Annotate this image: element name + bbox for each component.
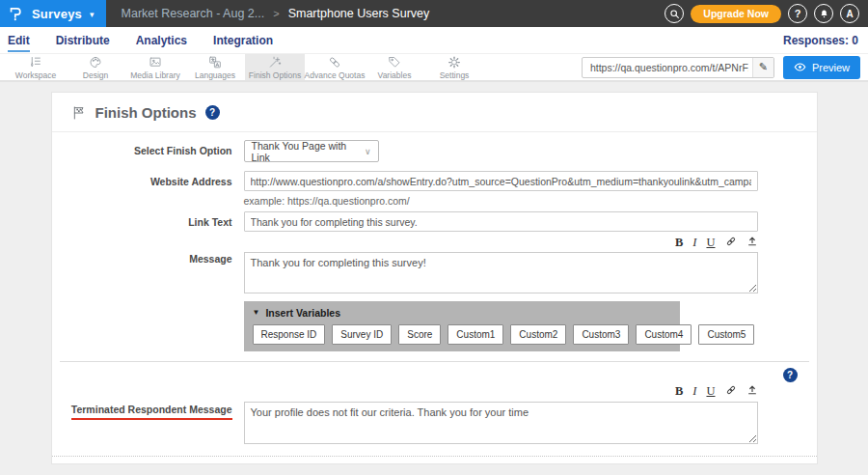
toolbar-item-variables[interactable]: Variables bbox=[365, 54, 424, 80]
italic-button[interactable]: I bbox=[692, 237, 696, 249]
website-address-hint: example: https://qa.questionpro.com/ bbox=[244, 195, 817, 207]
tab-integration[interactable]: Integration bbox=[213, 28, 273, 52]
variable-buttons: Response ID Survey ID Score Custom1 Cust… bbox=[253, 324, 671, 345]
card-header: Finish Options ? bbox=[52, 93, 817, 132]
bold-button[interactable]: B bbox=[675, 237, 683, 249]
breadcrumb-separator-icon: > bbox=[273, 8, 279, 19]
toolbar-item-workspace[interactable]: Workspace bbox=[6, 54, 66, 80]
finish-options-wand-icon bbox=[267, 55, 283, 70]
underline-button[interactable]: U bbox=[706, 237, 715, 249]
help-button[interactable]: ? bbox=[788, 4, 807, 23]
product-name: Surveys bbox=[32, 7, 82, 21]
toolbar-right: ✎ Preview bbox=[582, 54, 868, 80]
website-address-row: Website Address bbox=[52, 171, 817, 191]
edit-url-button[interactable]: ✎ bbox=[752, 58, 773, 77]
toolbar-item-advance-quotas[interactable]: Advance Quotas bbox=[305, 54, 365, 80]
breadcrumb-folder[interactable]: Market Research - Aug 2... bbox=[122, 7, 265, 20]
var-custom3-button[interactable]: Custom3 bbox=[573, 324, 629, 345]
finish-option-select[interactable]: Thank You Page with Link ∨ bbox=[244, 140, 379, 162]
select-finish-option-row: Select Finish Option Thank You Page with… bbox=[52, 140, 817, 162]
breadcrumb-survey-name[interactable]: Smartphone Users Survey bbox=[288, 7, 430, 20]
upload-image-button[interactable] bbox=[746, 236, 758, 250]
terminated-message-help-button[interactable]: ? bbox=[783, 368, 798, 382]
question-mark-icon: ? bbox=[787, 370, 793, 380]
toolbar-item-label: Media Library bbox=[130, 70, 180, 80]
terminated-rte-toolbar: B I U bbox=[244, 384, 758, 399]
toolbar-item-settings[interactable]: Settings bbox=[424, 54, 484, 80]
topbar-actions: Upgrade Now ? A bbox=[665, 4, 868, 23]
search-icon bbox=[669, 9, 680, 19]
link-text-input[interactable] bbox=[244, 211, 758, 232]
media-library-icon bbox=[148, 55, 163, 70]
var-custom4-button[interactable]: Custom4 bbox=[636, 324, 692, 345]
underline-button[interactable]: U bbox=[706, 385, 715, 398]
preview-button[interactable]: Preview bbox=[783, 56, 860, 79]
toolbar-item-label: Design bbox=[83, 70, 108, 80]
tab-distribute[interactable]: Distribute bbox=[56, 28, 110, 52]
insert-variables-panel: ▼ Insert Variables Response ID Survey ID… bbox=[244, 301, 680, 351]
terminated-rte-row: B I U bbox=[52, 384, 817, 401]
question-mark-icon: ? bbox=[795, 8, 801, 19]
caret-down-icon: ▼ bbox=[253, 308, 260, 317]
save-changes-button[interactable]: Save Changes bbox=[244, 463, 335, 464]
website-address-label: Website Address bbox=[52, 171, 232, 187]
preview-label: Preview bbox=[812, 62, 850, 73]
italic-button[interactable]: I bbox=[692, 385, 696, 398]
notifications-button[interactable] bbox=[814, 4, 833, 23]
page-title: Finish Options bbox=[95, 104, 197, 121]
terminated-message-label: Terminated Respondent Message bbox=[52, 402, 232, 420]
responses-count[interactable]: Responses: 0 bbox=[783, 34, 858, 47]
main-content: Finish Options ? Select Finish Option Th… bbox=[0, 82, 868, 464]
toolbar-item-design[interactable]: Design bbox=[66, 54, 125, 80]
var-survey-id-button[interactable]: Survey ID bbox=[332, 324, 392, 345]
variables-tag-icon bbox=[387, 55, 402, 70]
toolbar-item-label: Finish Options bbox=[249, 70, 301, 80]
message-row: Message B I U bbox=[52, 236, 817, 297]
terminated-message-label-text: Terminated Respondent Message bbox=[71, 404, 232, 420]
terminated-message-textarea[interactable]: Your profile does not fit our criteria. … bbox=[244, 402, 758, 444]
insert-link-button[interactable] bbox=[725, 384, 737, 399]
survey-url-input[interactable] bbox=[583, 62, 752, 73]
toolbar-item-label: Settings bbox=[440, 70, 470, 80]
toolbar-item-label: Advance Quotas bbox=[305, 70, 366, 80]
link-text-label: Link Text bbox=[52, 211, 232, 228]
var-custom2-button[interactable]: Custom2 bbox=[510, 324, 566, 345]
message-label: Message bbox=[52, 236, 232, 265]
search-button[interactable] bbox=[665, 4, 684, 23]
quotas-link-icon bbox=[327, 55, 342, 70]
tab-analytics[interactable]: Analytics bbox=[136, 28, 187, 52]
save-row: Save Changes bbox=[52, 457, 817, 464]
avatar[interactable]: A bbox=[840, 4, 859, 23]
breadcrumb: Market Research - Aug 2... > Smartphone … bbox=[122, 7, 430, 20]
toolbar-item-label: Variables bbox=[378, 70, 412, 80]
pencil-icon: ✎ bbox=[759, 61, 768, 73]
toolbar-item-media-library[interactable]: Media Library bbox=[125, 54, 185, 80]
finish-options-card: Finish Options ? Select Finish Option Th… bbox=[51, 92, 818, 464]
languages-icon bbox=[207, 55, 223, 70]
edit-toolbar: Workspace Design Media Library Languages… bbox=[0, 53, 868, 82]
var-custom1-button[interactable]: Custom1 bbox=[448, 324, 503, 345]
message-textarea[interactable]: Thank you for completing this survey! bbox=[244, 252, 758, 293]
finish-options-help-button[interactable]: ? bbox=[205, 105, 220, 120]
link-text-row: Link Text bbox=[52, 211, 817, 232]
toolbar-item-languages[interactable]: Languages bbox=[185, 54, 245, 80]
chevron-down-icon: ▾ bbox=[90, 10, 95, 19]
insert-variables-toggle[interactable]: ▼ Insert Variables bbox=[253, 307, 671, 319]
link-icon bbox=[725, 384, 737, 396]
insert-variables-label: Insert Variables bbox=[265, 307, 340, 319]
bold-button[interactable]: B bbox=[675, 385, 683, 398]
top-bar: Surveys ▾ Market Research - Aug 2... > S… bbox=[0, 0, 868, 27]
toolbar-item-finish-options[interactable]: Finish Options bbox=[245, 54, 305, 80]
tab-edit[interactable]: Edit bbox=[8, 28, 30, 52]
var-response-id-button[interactable]: Response ID bbox=[253, 324, 326, 345]
var-score-button[interactable]: Score bbox=[398, 324, 441, 345]
upgrade-now-button[interactable]: Upgrade Now bbox=[691, 5, 781, 23]
survey-url-box: ✎ bbox=[582, 57, 774, 78]
var-custom5-button[interactable]: Custom5 bbox=[698, 324, 754, 345]
upload-image-button[interactable] bbox=[746, 384, 758, 399]
product-switcher[interactable]: Surveys ▾ bbox=[0, 0, 106, 27]
insert-link-button[interactable] bbox=[725, 236, 737, 250]
questionpro-logo-icon bbox=[8, 6, 24, 22]
settings-gear-icon bbox=[447, 55, 462, 70]
website-address-input[interactable] bbox=[244, 171, 758, 191]
